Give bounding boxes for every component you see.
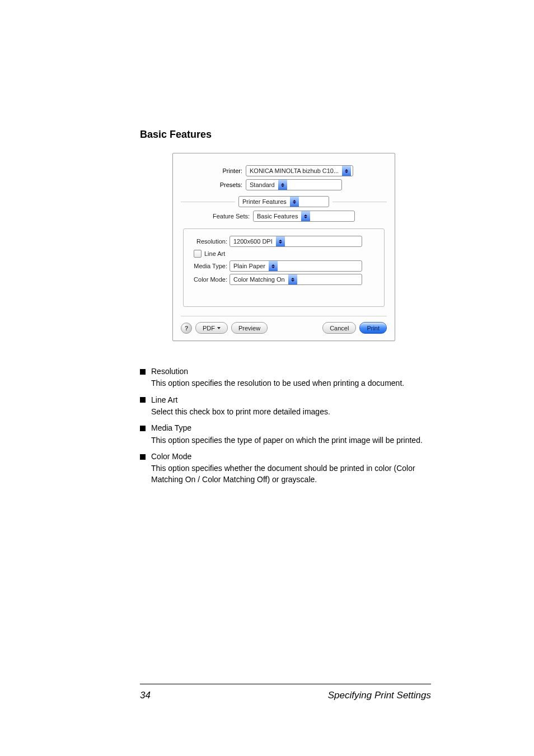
help-glyph: ? [185,325,189,332]
bullet-title: Color Mode [151,451,191,462]
cancel-label: Cancel [330,325,349,332]
bullet-icon [140,426,146,431]
print-dialog: Printer: KONICA MINOLTA bizhub C10... Pr… [172,153,395,341]
resolution-select[interactable]: 1200x600 DPI [229,236,362,247]
preview-button[interactable]: Preview [231,322,268,334]
updown-icon [288,274,297,284]
footer-rule [140,684,431,684]
printer-select[interactable]: KONICA MINOLTA bizhub C10... [246,165,353,176]
presets-label: Presets: [181,181,246,188]
bullet-icon [140,369,146,375]
updown-icon [276,236,285,246]
panel-select[interactable]: Printer Features [238,196,329,207]
feature-sets-label: Feature Sets: [213,213,250,220]
resolution-label: Resolution: [188,238,229,245]
feature-options-group: Resolution: 1200x600 DPI Line Art Media … [183,228,385,307]
updown-icon [290,197,299,207]
lineart-checkbox-row[interactable]: Line Art [194,250,380,258]
mediatype-value: Plain Paper [230,263,269,269]
mediatype-select[interactable]: Plain Paper [229,260,362,272]
page-number: 34 [140,690,151,701]
colormode-value: Color Matching On [230,276,288,283]
resolution-value: 1200x600 DPI [230,238,276,245]
bullet-icon [140,454,146,460]
section-heading: Basic Features [140,129,428,141]
help-button[interactable]: ? [181,323,192,334]
updown-icon [278,180,287,190]
footer-title: Specifying Print Settings [328,690,431,701]
colormode-select[interactable]: Color Matching On [229,274,362,285]
bullet-body: This option specifies the type of paper … [151,435,428,446]
colormode-label: Color Mode: [188,276,229,283]
divider [332,202,387,202]
panel-select-value: Printer Features [239,198,290,205]
print-label: Print [367,325,380,332]
bullet-title: Media Type [151,423,191,433]
mediatype-label: Media Type: [188,263,229,269]
printer-label: Printer: [181,167,246,174]
lineart-label: Line Art [204,250,225,257]
feature-sets-value: Basic Features [254,213,301,220]
updown-icon [342,166,351,176]
bullet-title: Resolution [151,366,188,377]
updown-icon [301,211,310,221]
bullet-body: Select this check box to print more deta… [151,407,428,417]
feature-sets-select[interactable]: Basic Features [253,211,355,222]
updown-icon [269,261,278,271]
bullet-body: This option specifies the resolution to … [151,378,428,389]
cancel-button[interactable]: Cancel [322,322,356,334]
chevron-down-icon [217,327,221,329]
checkbox-icon [194,250,202,258]
preview-label: Preview [238,325,260,332]
bullets: Resolution This option specifies the res… [140,366,428,485]
presets-select-value: Standard [246,181,278,188]
bullet-title: Line Art [151,395,177,405]
print-button[interactable]: Print [359,322,387,334]
bullet-icon [140,397,146,403]
divider [181,202,235,202]
pdf-label: PDF [203,325,215,332]
presets-select[interactable]: Standard [246,179,342,190]
bullet-body: This option specifies whether the docume… [151,463,428,485]
pdf-button[interactable]: PDF [195,322,228,334]
printer-select-value: KONICA MINOLTA bizhub C10... [246,167,342,174]
